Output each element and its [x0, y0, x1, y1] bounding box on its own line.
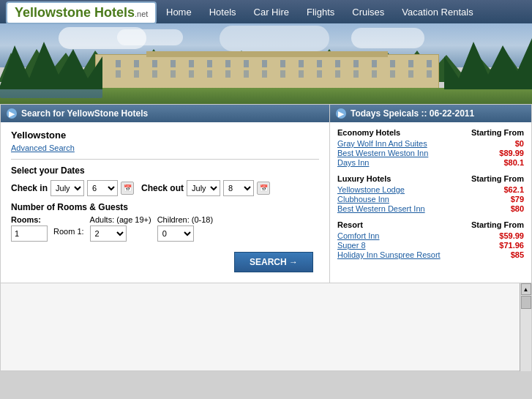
children-col: Children: (0-18) 0 — [157, 215, 213, 242]
location-display: Yellowstone — [11, 130, 319, 141]
children-select[interactable]: 0 — [157, 225, 194, 242]
economy-starting: Starting From — [471, 128, 524, 137]
logo: Yellowstone Hotels.net — [6, 1, 157, 24]
luxury-name: Luxury Hotels — [337, 174, 391, 183]
dates-section-title: Select your Dates — [11, 165, 319, 176]
luxury-hotel-2-link[interactable]: Clubhouse Inn — [337, 195, 389, 204]
luxury-hotel-2-price: $79 — [511, 195, 524, 204]
rooms-label: Rooms: — [11, 215, 48, 224]
economy-name: Economy Hotels — [337, 128, 400, 137]
specials-title: Todays Speicals :: 06-22-2011 — [351, 108, 474, 119]
luxury-starting: Starting From — [471, 174, 524, 183]
luxury-hotel-3: Best Western Desert Inn $80 — [337, 204, 524, 213]
panels-container: ▶ Search for YellowStone Hotels Yellowst… — [0, 104, 532, 283]
checkin-label: Check in — [11, 183, 48, 193]
bottom-area: ▲ — [0, 283, 532, 371]
luxury-hotel-3-link[interactable]: Best Western Desert Inn — [337, 204, 425, 213]
economy-hotel-1-link[interactable]: Gray Wolf Inn And Suites — [337, 139, 427, 148]
room1-label: Room 1: — [53, 227, 84, 236]
resort-hotel-1-link[interactable]: Comfort Inn — [337, 231, 379, 240]
luxury-hotel-1-price: $62.1 — [503, 185, 524, 194]
luxury-hotel-1: Yellowstone Lodge $62.1 — [337, 185, 524, 194]
checkin-month-select[interactable]: July — [50, 180, 84, 196]
nav-home[interactable]: Home — [157, 7, 201, 18]
checkout-month-select[interactable]: July — [187, 180, 220, 196]
category-economy: Economy Hotels Starting From Gray Wolf I… — [337, 128, 524, 167]
date-row: Check in July 6 📅 Check out July 8 📅 — [11, 180, 319, 196]
luxury-hotel-3-price: $80 — [511, 204, 524, 213]
nav-vacation-rentals[interactable]: Vacation Rentals — [393, 7, 482, 18]
checkin-day-select[interactable]: 6 — [87, 180, 118, 196]
nav-cruises[interactable]: Cruises — [343, 7, 393, 18]
economy-hotel-1-price: $0 — [515, 139, 524, 148]
resort-hotel-2-link[interactable]: Super 8 — [337, 241, 366, 250]
specials-bullet-icon: ▶ — [336, 108, 346, 119]
category-resort: Resort Starting From Comfort Inn $59.99 … — [337, 220, 524, 259]
scrollbar-thumb[interactable] — [521, 296, 531, 309]
luxury-hotel-1-link[interactable]: Yellowstone Lodge — [337, 185, 405, 194]
nav-flights[interactable]: Flights — [298, 7, 343, 18]
resort-starting: Starting From — [471, 220, 524, 229]
room1-col: Room 1: — [53, 215, 84, 236]
logo-suffix: .net — [135, 10, 148, 18]
scrollbar-up-button[interactable]: ▲ — [521, 283, 531, 295]
economy-hotel-3-link[interactable]: Days Inn — [337, 158, 369, 167]
header-bullet-icon: ▶ — [7, 108, 17, 119]
divider-1 — [11, 159, 319, 160]
resort-hotel-2-price: $71.96 — [499, 241, 524, 250]
resort-hotel-3-link[interactable]: Holiday Inn Sunspree Resort — [337, 250, 441, 259]
left-panel-title: Search for YellowStone Hotels — [21, 108, 148, 119]
rooms-row: Rooms: Room 1: Adults: (age 19+) 2 Child… — [11, 215, 319, 242]
left-panel-header: ▶ Search for YellowStone Hotels — [1, 105, 329, 122]
hero-image — [0, 23, 532, 104]
nav-hotels[interactable]: Hotels — [201, 7, 245, 18]
logo-text: Yellowstone Hotels — [15, 5, 135, 20]
resort-hotel-1-price: $59.99 — [499, 231, 524, 240]
category-resort-header: Resort Starting From — [337, 220, 524, 229]
economy-hotel-2-link[interactable]: Best Western Weston Inn — [337, 149, 428, 157]
category-economy-header: Economy Hotels Starting From — [337, 128, 524, 137]
nav-car-hire[interactable]: Car Hire — [245, 7, 298, 18]
economy-hotel-1: Gray Wolf Inn And Suites $0 — [337, 139, 524, 148]
rooms-col: Rooms: — [11, 215, 48, 242]
resort-name: Resort — [337, 220, 363, 229]
advanced-search-link[interactable]: Advanced Search — [11, 143, 75, 152]
adults-label: Adults: (age 19+) — [90, 215, 151, 224]
economy-hotel-3-price: $80.1 — [503, 158, 524, 167]
economy-hotel-2: Best Western Weston Inn $89.99 — [337, 149, 524, 157]
resort-hotel-2: Super 8 $71.96 — [337, 241, 524, 250]
checkout-day-select[interactable]: 8 — [223, 180, 254, 196]
category-luxury-header: Luxury Hotels Starting From — [337, 174, 524, 183]
calendar-icon-1[interactable]: 📅 — [121, 182, 134, 195]
left-panel: ▶ Search for YellowStone Hotels Yellowst… — [1, 105, 330, 283]
economy-hotel-2-price: $89.99 — [499, 149, 524, 157]
specials-content: Economy Hotels Starting From Gray Wolf I… — [330, 122, 531, 272]
rooms-input[interactable] — [11, 225, 48, 242]
right-panel-header: ▶ Todays Speicals :: 06-22-2011 — [330, 105, 531, 122]
resort-hotel-3-price: $85 — [511, 250, 524, 259]
adults-select[interactable]: 2 — [90, 225, 127, 242]
category-luxury: Luxury Hotels Starting From Yellowstone … — [337, 174, 524, 213]
luxury-hotel-2: Clubhouse Inn $79 — [337, 195, 524, 204]
search-button[interactable]: SEARCH → — [234, 252, 313, 272]
checkout-label: Check out — [141, 183, 184, 193]
resort-hotel-1: Comfort Inn $59.99 — [337, 231, 524, 240]
economy-hotel-3: Days Inn $80.1 — [337, 158, 524, 167]
calendar-icon-2[interactable]: 📅 — [257, 182, 270, 195]
children-label: Children: (0-18) — [157, 215, 213, 224]
resort-hotel-3: Holiday Inn Sunspree Resort $85 — [337, 250, 524, 259]
scrollbar-track: ▲ — [520, 283, 531, 371]
adults-col: Adults: (age 19+) 2 — [90, 215, 151, 242]
right-panel: ▶ Todays Speicals :: 06-22-2011 Economy … — [330, 105, 531, 283]
rooms-section-title: Number of Rooms & Guests — [11, 202, 319, 212]
search-form: Yellowstone Advanced Search Select your … — [1, 122, 329, 283]
